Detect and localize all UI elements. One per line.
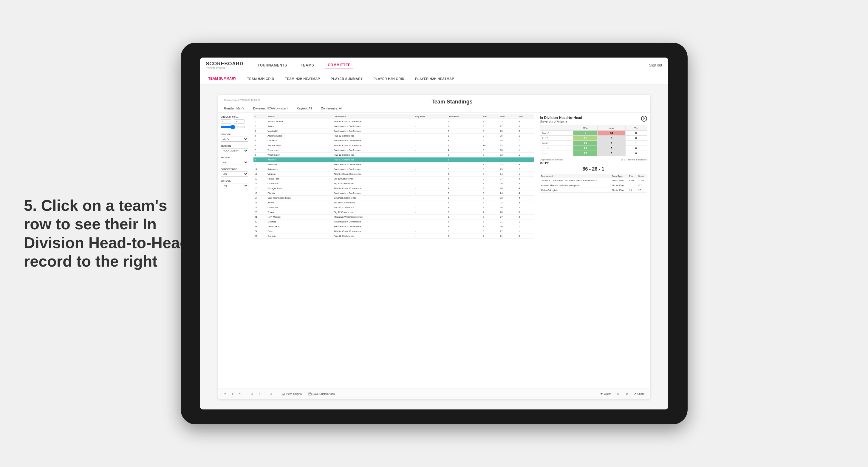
table-row[interactable]: 21 New Mexico Mountain West Conference -… [253,215,534,219]
table-row[interactable]: 9 Arizona Pac-12 Conference - 3 [253,157,534,162]
redo-button[interactable]: ↪ [237,392,243,396]
layout-button[interactable]: ⊞ [615,392,621,396]
cell-conf-rank: 1 [446,177,482,181]
table-row[interactable]: 6 Florida State Atlantic Coast Conferenc… [253,143,534,148]
save-custom-button[interactable]: 💾 Save Custom View [307,392,337,396]
filter-min-rounds-label: Minimum Rou... [221,116,248,118]
table-row[interactable]: 14 Oklahoma Big 12 Conference - 2 9 26 2 [253,181,534,186]
cell-win: 1 [517,224,534,229]
h2h-close-button[interactable]: ✕ [641,116,647,122]
tournament-table: Tournament Event Type Pos Score Jackson … [540,174,647,193]
table-row[interactable]: 13 Texas Tech Big 12 Conference - 1 9 27… [253,177,534,181]
subnav-team-h2h-heatmap[interactable]: TEAM H2H HEATMAP [282,75,322,82]
cell-win: 3 [517,162,534,167]
table-row[interactable]: 17 East Tennessee State Southern Confere… [253,196,534,200]
cell-reg-rank: - [413,210,446,215]
table-row[interactable]: 2 Auburn Southeastern Conference - 1 9 2… [253,124,534,129]
cell-school: Auburn [266,124,333,129]
table-area: # School Conference Reg Rank Conf Rank R… [251,113,537,388]
h2h-row: 11-25 11 8 0 [540,136,647,141]
col-rank: # [253,114,267,119]
h2h-row: Top 10 3 13 0 [540,131,647,136]
clock-icon: ⏱ [268,392,274,396]
cell-school: Illinois [266,200,333,205]
cell-rds: 8 [482,153,499,157]
h2h-col-win: Win [574,126,597,131]
table-row[interactable]: 18 Illinois Big Ten Conference - 1 9 23 … [253,200,534,205]
table-row[interactable]: 4 Arizona State Pac-12 Conference - 3 9 … [253,134,534,138]
cell-win: 2 [517,205,534,210]
filter-minimum-rounds: Minimum Rou... - [221,116,248,130]
table-row[interactable]: 1 North Carolina Atlantic Coast Conferen… [253,119,534,124]
cell-reg-rank: - [413,186,446,191]
nav-tournaments[interactable]: TOURNAMENTS [255,62,289,69]
table-row[interactable]: 11 Arkansas Southeastern Conference - 6 … [253,167,534,172]
table-row[interactable]: 20 Texas Big 12 Conference - 3 7 20 0 [253,210,534,215]
tablet-screen: SCOREBOARD Powered by clippd TOURNAMENTS… [200,58,668,409]
add-button[interactable]: + [257,392,262,396]
table-row[interactable]: 10 Alabama Southeastern Conference - 5 8… [253,162,534,167]
logo-area: SCOREBOARD Powered by clippd [206,61,244,69]
filter-school-select[interactable]: (All) [221,183,248,188]
view-original-button[interactable]: 📊 View: Original [280,392,304,396]
subnav-team-h2h-grid[interactable]: TEAM H2H GRID [245,75,277,82]
t-cell-pos: 1 [628,183,637,188]
filter-division-select[interactable]: NCAA Division I NCAA Division II NCAA Di… [221,148,248,153]
cell-win: 4 [517,186,534,191]
cell-reg-rank: - [413,148,446,153]
table-row[interactable]: 24 Duke Atlantic Coast Conference - 5 9 … [253,229,534,234]
app-window: Update time: 27/03/2024 16:56:26 Team St… [218,95,650,399]
table-row[interactable]: 5 Ole Miss Southeastern Conference - 3 6… [253,138,534,143]
subnav-player-h2h-grid[interactable]: PLAYER H2H GRID [371,75,407,82]
subnav-team-summary[interactable]: TEAM SUMMARY [206,75,239,82]
table-row[interactable]: 22 Georgia Southeastern Conference - 8 7… [253,219,534,224]
cell-conf-rank: 4 [446,148,482,153]
filter-school: School (All) [221,180,248,188]
cell-win: 1 [517,229,534,234]
cell-school: Georgia Tech [266,186,333,191]
settings-button[interactable]: ⚙ [624,392,630,396]
filter-region-select[interactable]: N/A All [221,160,248,165]
undo-button[interactable]: ↩ [222,392,228,396]
opponents-row: Opponents in division: 99.1% W-L-T recor… [540,158,647,165]
filter-gender-select[interactable]: Men's Women's [221,136,248,142]
subnav-player-h2h-heatmap[interactable]: PLAYER H2H HEATMAP [413,75,457,82]
h2h-cell-win: 3 [574,131,597,136]
opponents-label: Opponents in division: [540,158,563,161]
filter-range-slider[interactable] [221,125,246,129]
filter-min-input[interactable] [221,119,231,124]
cell-tour: 20 [499,210,517,215]
cell-reg-rank: - [413,215,446,219]
cell-reg-rank: - [413,181,446,186]
nav-committee[interactable]: COMMITTEE [325,61,353,69]
table-row[interactable]: 3 Vanderbilt Southeastern Conference - 2… [253,129,534,134]
h2h-cell-loss: 0 [597,151,625,156]
table-row[interactable]: 15 Georgia Tech Atlantic Coast Conferenc… [253,186,534,191]
main-content: Update time: 27/03/2024 16:56:26 Team St… [200,84,668,409]
subnav-player-summary[interactable]: PLAYER SUMMARY [328,75,365,82]
filter-max-input[interactable] [234,119,245,124]
share-button[interactable]: ↗ Share [632,392,646,396]
table-row[interactable]: 23 Texas A&M Southeastern Conference - 9… [253,224,534,229]
cell-rds: 8 [482,162,499,167]
table-row[interactable]: 16 Florida Southeastern Conference - 7 9… [253,191,534,196]
copy-button[interactable]: ⧉ [249,391,254,396]
step-back-button[interactable]: ⟨ [230,392,235,396]
table-row[interactable]: 19 California Pac-12 Conference - 4 8 24… [253,205,534,210]
nav-teams[interactable]: TEAMS [299,62,317,69]
table-row[interactable]: 12 Virginia Atlantic Coast Conference - … [253,172,534,177]
cell-tour: 23 [499,129,517,134]
filter-conference-select[interactable]: (All) [221,172,248,177]
cell-rank: 5 [253,138,267,143]
watch-button[interactable]: 👁 Watch [598,392,613,396]
cell-conf-rank: 5 [446,229,482,234]
sign-out-button[interactable]: Sign out [649,63,662,67]
table-row[interactable]: 25 Oregon Pac-12 Conference - 5 7 21 0 [253,234,534,239]
table-row[interactable]: 7 Tennessee Southeastern Conference - 4 … [253,148,534,153]
cell-conference: Atlantic Coast Conference [333,143,413,148]
table-row[interactable]: 8 Washington Pac-12 Conference - 2 8 23 … [253,153,534,157]
cell-conference: Mountain West Conference [333,215,413,219]
cell-rank: 2 [253,124,267,129]
cell-tour: 26 [499,181,517,186]
record-label: W-L-T record in-division: [621,158,647,161]
